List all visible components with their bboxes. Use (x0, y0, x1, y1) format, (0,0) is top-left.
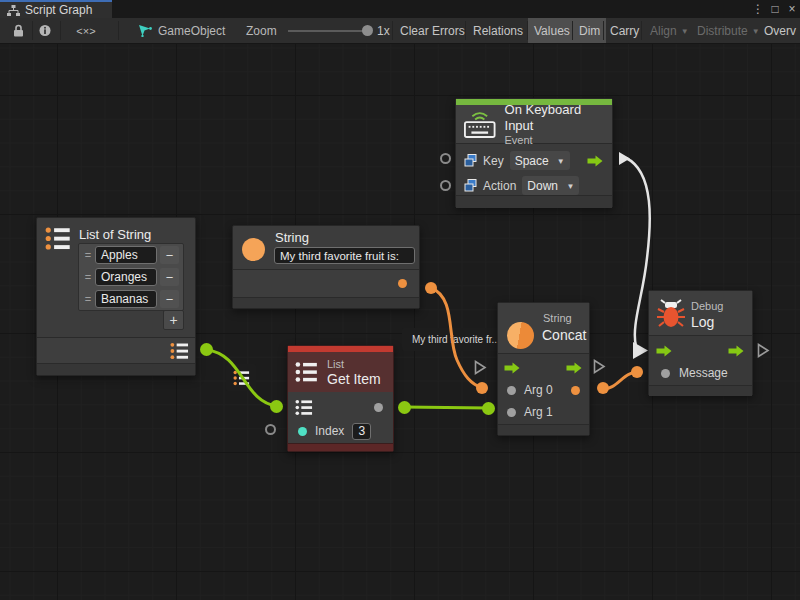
getitem-output-port[interactable] (398, 401, 411, 414)
concat-arg1-input-port[interactable] (482, 402, 495, 415)
flow-input-arrow[interactable] (504, 362, 521, 374)
node-title: List of String (79, 227, 151, 243)
drag-handle[interactable]: = (81, 271, 95, 283)
log-message-input-port[interactable] (631, 366, 643, 378)
chevron-down-icon: ▼ (557, 157, 565, 166)
index-input[interactable]: 3 (352, 423, 371, 440)
node-debug-log[interactable]: Debug Log Message (648, 290, 753, 396)
node-title: Get Item (327, 371, 381, 387)
action-input-port[interactable] (440, 180, 451, 191)
getitem-list-input-port[interactable] (270, 400, 283, 413)
list-item-row: = Apples − (79, 244, 183, 266)
arg1-label: Arg 1 (524, 405, 553, 419)
graph-scene: My third favorite fr... (0, 0, 800, 600)
remove-item-button[interactable]: − (160, 290, 179, 308)
node-string-literal[interactable]: String My third favorite fruit is: (232, 225, 420, 309)
node-subtitle: Event (505, 134, 612, 147)
node-on-keyboard-input[interactable]: On Keyboard Input Event Key Space ▼ (455, 98, 613, 208)
list-output-icon (170, 342, 189, 360)
list-item-input[interactable]: Apples (95, 246, 157, 264)
result-output-dot (571, 386, 580, 395)
list-item-input[interactable]: Oranges (95, 268, 157, 286)
key-input-port[interactable] (440, 153, 451, 164)
object-icon (464, 154, 477, 167)
node-concat[interactable]: String Concat Arg 0 (497, 302, 590, 436)
getitem-index-input-port[interactable] (265, 424, 276, 435)
drag-handle[interactable]: = (81, 249, 95, 261)
keyboard-icon (464, 111, 496, 138)
index-input-dot (298, 427, 307, 436)
action-dropdown[interactable]: Down ▼ (522, 176, 579, 195)
index-label: Index (315, 424, 344, 438)
string-output-dot (398, 279, 407, 288)
list-output-port[interactable] (200, 343, 213, 356)
list-editor: = Apples − = Oranges − = Bananas − (78, 243, 184, 311)
action-label: Action (483, 179, 516, 193)
object-icon (464, 179, 477, 192)
message-input-dot (661, 369, 670, 378)
node-category: List (327, 358, 381, 371)
string-icon (242, 238, 265, 261)
list-item-row: = Bananas − (79, 288, 183, 310)
error-footer (288, 443, 393, 451)
node-title: Log (691, 314, 714, 330)
node-list-of-string[interactable]: List of String = Apples − = Oranges − (36, 217, 196, 376)
list-icon (295, 361, 318, 383)
flow-output-arrow[interactable] (728, 345, 745, 357)
concat-flow-out-port[interactable] (592, 358, 607, 375)
concat-flow-in-port[interactable] (473, 359, 488, 376)
key-label: Key (483, 154, 504, 168)
node-get-item[interactable]: List Get Item (287, 345, 394, 452)
node-title: Concat (542, 327, 586, 343)
flow-output-arrow[interactable] (587, 155, 604, 167)
list-item-row: = Oranges − (79, 266, 183, 288)
add-item-button[interactable]: + (163, 310, 184, 330)
node-category: String (543, 312, 572, 325)
log-flow-out-port[interactable] (756, 342, 771, 359)
concat-result-output-port[interactable] (597, 382, 609, 394)
arg0-input-dot (507, 386, 516, 395)
bug-icon (657, 299, 685, 329)
node-title: On Keyboard Input (505, 102, 612, 134)
list-item-input[interactable]: Bananas (95, 290, 157, 308)
node-title: String (275, 230, 309, 246)
node-category: Debug (691, 300, 723, 313)
remove-item-button[interactable]: − (160, 268, 179, 286)
chevron-down-icon: ▼ (566, 182, 574, 191)
flow-input-arrow[interactable] (656, 345, 673, 357)
message-label: Message (679, 366, 728, 380)
string-output-port[interactable] (425, 282, 437, 294)
remove-item-button[interactable]: − (160, 246, 179, 264)
arg1-input-dot (507, 408, 516, 417)
concat-icon (507, 322, 534, 349)
keyboard-flow-out-port[interactable] (617, 150, 632, 167)
key-dropdown[interactable]: Space ▼ (510, 151, 570, 170)
flow-output-arrow[interactable] (566, 362, 583, 374)
string-value-input[interactable]: My third favorite fruit is: (274, 247, 415, 264)
list-input-icon (295, 399, 313, 416)
list-icon (45, 226, 71, 251)
item-output-dot (374, 403, 383, 412)
concat-arg0-input-port[interactable] (476, 382, 488, 394)
drag-handle[interactable]: = (81, 293, 95, 305)
arg0-label: Arg 0 (524, 383, 553, 397)
unity-visual-scripting-window: Script Graph ⋮ □ × <×> (0, 0, 800, 600)
